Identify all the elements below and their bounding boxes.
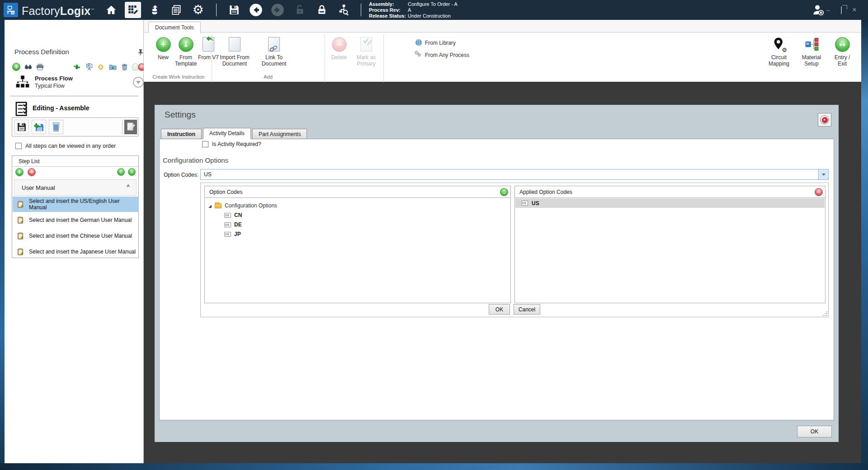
edit-instruction-icon[interactable]: [124, 120, 137, 134]
entry-exit-button[interactable]: ↔ Entry / Exit: [828, 35, 856, 70]
process-definition-panel: Process Definition + ⚙: [5, 20, 144, 463]
step-group-header[interactable]: User Manual ^: [14, 179, 137, 196]
tab-activity-details[interactable]: Activity Details: [203, 128, 251, 139]
material-setup-button[interactable]: Material Setup: [796, 35, 827, 70]
process-flow-subtitle: Typical Flow: [35, 83, 65, 89]
find-icon[interactable]: [24, 62, 33, 71]
tree-item-de[interactable]: DE: [224, 221, 242, 228]
lock-icon[interactable]: [314, 2, 330, 18]
folder-icon: [215, 203, 222, 208]
move-up-icon[interactable]: ↑: [117, 168, 125, 176]
option-code-icon: [224, 222, 231, 227]
editing-title: Editing - Assemble: [33, 104, 90, 112]
circuit-mapping-button[interactable]: ⚙ Circuit Mapping: [763, 35, 795, 70]
minimize-button[interactable]: –: [825, 7, 832, 14]
back-icon[interactable]: [248, 2, 264, 18]
delete-icon: −: [332, 37, 347, 52]
save-step-icon[interactable]: [14, 120, 29, 134]
add-icon[interactable]: +: [12, 62, 21, 71]
material-setup-icon: [804, 35, 819, 53]
step-list-panel: Step List + − ↑ ↓ User Manual ^ Select a…: [12, 155, 139, 258]
from-any-process-button[interactable]: ⚙ ⚙ From Any Process: [415, 50, 483, 60]
process-flow-icon: [15, 75, 30, 92]
option-code-icon: [224, 213, 231, 218]
cancel-button[interactable]: Cancel: [514, 304, 540, 315]
dialog-close-button[interactable]: ×: [818, 113, 831, 127]
context-info: Assembly:Configure To Order - A Process …: [369, 1, 458, 19]
tree-item-jp[interactable]: JP: [224, 231, 241, 237]
option-codes-combobox[interactable]: US: [200, 169, 829, 180]
option-codes-pane: Option Codes → Configuration Options CN: [204, 186, 511, 303]
delete-draft-icon[interactable]: [49, 120, 63, 134]
link-document-icon: [268, 35, 280, 53]
gear-yellow-icon[interactable]: ⚙: [96, 62, 105, 71]
apply-option-icon[interactable]: →: [500, 188, 508, 196]
process-flow-title: Process Flow: [35, 75, 73, 82]
process-definition-icon[interactable]: [125, 2, 141, 18]
board-icon[interactable]: [85, 62, 94, 71]
print-icon[interactable]: [35, 62, 44, 71]
export-step-icon[interactable]: [108, 62, 117, 71]
restore-button[interactable]: [838, 7, 845, 14]
chevron-down-icon[interactable]: [818, 169, 828, 179]
clipboard-check-icon: [17, 232, 24, 240]
app-title: FactoryLogix™: [22, 0, 94, 20]
remove-option-icon[interactable]: −: [815, 188, 823, 196]
tab-instruction[interactable]: Instruction: [161, 129, 202, 139]
tree-expander-icon[interactable]: [208, 205, 212, 208]
step-item-4[interactable]: Select and insert the Japanese User Manu…: [13, 244, 139, 259]
option-codes-pane-header: Option Codes →: [205, 186, 510, 198]
applied-pane-header: Applied Option Codes −: [515, 186, 825, 198]
tab-document-tools[interactable]: Document Tools: [148, 22, 201, 33]
move-down-icon[interactable]: ↓: [128, 168, 136, 176]
settings-dialog: Settings × Instruction Activity Details …: [155, 105, 839, 442]
pin-icon[interactable]: [137, 49, 144, 57]
dialog-buttons: OK Cancel: [201, 304, 828, 315]
checklist-icon: [14, 101, 30, 118]
step-item-2[interactable]: Select and insert the German User Manual: [13, 212, 139, 228]
process-search-icon[interactable]: [335, 2, 352, 18]
add-step-icon[interactable]: +: [15, 168, 24, 176]
step-item-label: Select and insert the German User Manual: [29, 217, 132, 223]
save-icon[interactable]: [226, 2, 242, 18]
from-library-button[interactable]: From Library: [415, 38, 483, 48]
save-as-icon[interactable]: [32, 120, 46, 134]
process-flow-row[interactable]: Process Flow Typical Flow: [5, 74, 144, 95]
home-icon[interactable]: [103, 2, 119, 18]
documents-icon[interactable]: [168, 2, 184, 18]
import-from-document-button[interactable]: Import From Document: [215, 35, 254, 70]
collapse-icon: ^: [127, 183, 130, 190]
tab-part-assignments[interactable]: Part Assignments: [252, 129, 307, 139]
close-button[interactable]: ×: [851, 6, 858, 14]
production-icon[interactable]: [146, 2, 163, 18]
bottom-ok-button[interactable]: OK: [797, 426, 832, 437]
factorylogix-logo-icon: [4, 3, 18, 17]
delete-step-icon[interactable]: [120, 62, 129, 71]
link-to-document-button[interactable]: Link To Document: [256, 35, 292, 70]
expand-flow-icon[interactable]: [133, 77, 144, 88]
gears-icon: ⚙ ⚙: [415, 52, 422, 59]
view-order-option: All steps can be viewed in any order: [15, 143, 116, 149]
ok-button[interactable]: OK: [489, 304, 510, 315]
unlock-icon: [292, 2, 308, 18]
is-activity-required-label: Is Activity Required?: [212, 141, 261, 147]
tree-root-row[interactable]: Configuration Options: [208, 202, 277, 209]
release-status-value: Under Construction: [408, 13, 451, 19]
step-item-1[interactable]: Select and insert the US/English User Ma…: [13, 197, 139, 212]
globe-icon: [415, 39, 422, 47]
user-logout-icon[interactable]: [810, 2, 826, 18]
assembly-value: Configure To Order - A: [408, 1, 458, 7]
is-activity-required-checkbox[interactable]: [202, 141, 208, 147]
tree-item-cn[interactable]: CN: [224, 212, 242, 218]
settings-gear-icon[interactable]: ⚙: [190, 2, 206, 18]
clipboard-check-icon: [17, 216, 24, 224]
remove-step-icon[interactable]: −: [28, 168, 36, 176]
step-item-label: Select and insert the Japanese User Manu…: [29, 249, 136, 255]
step-item-label: Select and insert the US/English User Ma…: [29, 198, 139, 211]
link-process-icon[interactable]: [72, 62, 81, 71]
view-order-checkbox[interactable]: [15, 143, 22, 149]
step-item-3[interactable]: Select and insert the Chinese User Manua…: [13, 228, 139, 244]
applied-item-us[interactable]: US: [515, 198, 825, 208]
from-v7-icon: [203, 35, 214, 53]
option-code-icon: [224, 232, 231, 237]
